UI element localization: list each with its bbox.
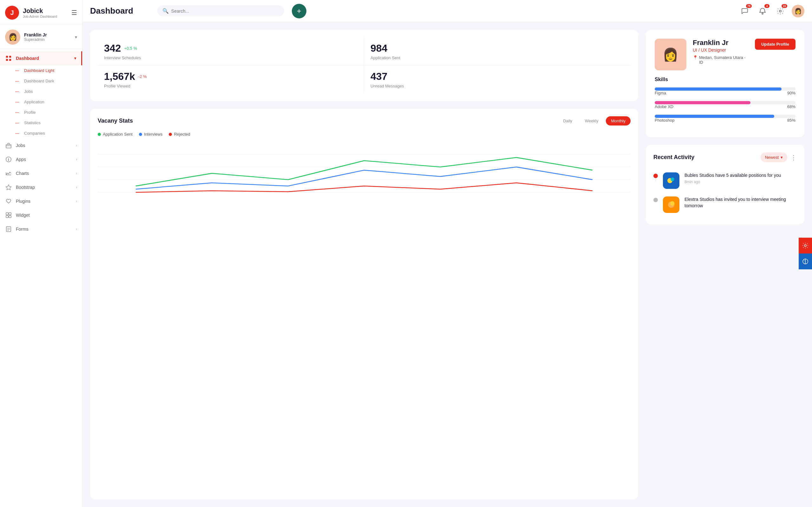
stat-messages: 437 Unread Messages [364,66,630,94]
skill-figma-pct: 90% [787,91,796,95]
jobs-label: Jobs [16,143,26,148]
skill-figma-header: Figma 90% [655,91,796,95]
sidebar-item-dashboard-dark[interactable]: Dashboard Dark [0,76,82,86]
activity-list: Bubles Studios have 5 available position… [653,169,797,217]
chart-icon [5,170,12,177]
svg-point-20 [762,13,763,14]
activity-more-menu[interactable]: ⋮ [791,154,797,161]
sidebar-item-jobs[interactable]: Jobs › [0,138,82,153]
period-daily[interactable]: Daily [558,116,577,125]
hamburger-menu[interactable]: ☰ [71,9,77,16]
legend-label-interviews: Interviews [144,132,163,136]
dashboard-label: Dashboard [16,56,39,61]
svg-point-32 [804,245,806,246]
skill-photoshop-bar [655,115,774,118]
svg-marker-11 [6,185,11,190]
settings-button[interactable]: 15 [774,5,786,17]
svg-point-21 [779,10,781,12]
update-profile-button[interactable]: Update Profile [755,39,796,50]
left-column: 342 +0.5 % Interview Schedules 984 Appli… [90,30,638,499]
star-icon [5,184,12,191]
messages-button[interactable]: 78 [739,5,751,17]
header-actions: 78 4 15 👩 [739,5,804,17]
sidebar-item-widget[interactable]: Widget [0,208,82,222]
svg-point-8 [8,158,9,159]
sidebar-item-plugins[interactable]: Plugins › [0,194,82,208]
skills-title: Skills [655,77,796,82]
logo-text: Jobick Job Admin Dashboard [23,7,57,18]
widget-label: Widget [16,213,30,218]
sidebar-item-charts[interactable]: Charts › [0,166,82,180]
period-weekly[interactable]: Weekly [580,116,603,125]
activity-header: Recent Activity Newest ▾ ⋮ [653,153,797,162]
profile-card: 👩 Franklin Jr UI / UX Designer 📍 Medan, … [646,30,804,137]
content: 342 +0.5 % Interview Schedules 984 Appli… [83,22,812,507]
sidebar-item-apps[interactable]: Apps › [0,153,82,166]
stat-profile-change: -2 % [138,74,147,79]
activity-dot-2 [653,198,658,202]
svg-rect-13 [9,213,11,215]
sidebar-item-forms[interactable]: Forms › [0,222,82,236]
stat-interviews-label: Interview Schedules [104,55,357,60]
stats-card: 342 +0.5 % Interview Schedules 984 Appli… [90,30,638,101]
apps-arrow: › [76,157,77,162]
skill-photoshop-pct: 85% [787,118,796,123]
skill-photoshop: Photoshop 85% [655,115,796,123]
sidebar-item-dashboard-light[interactable]: Dashboard Light [0,65,82,76]
sidebar-item-bootstrap[interactable]: Bootstrap › [0,180,82,194]
sidebar-item-dashboard[interactable]: Dashboard ▾ [0,51,82,65]
apps-label: Apps [16,157,26,162]
svg-rect-14 [6,216,8,218]
profile-header: 👩 Franklin Jr UI / UX Designer 📍 Medan, … [655,39,796,70]
sidebar-item-application[interactable]: Application [0,97,82,107]
skill-figma-bar-bg [655,88,796,91]
profile-info: Franklin Jr UI / UX Designer 📍 Medan, Su… [693,39,749,65]
legend-label-application: Application Sent [103,132,133,136]
right-panel-settings[interactable] [799,238,812,253]
app-title: Jobick [23,7,57,14]
activity-item-2: Elextra Studios has invited you to inter… [653,193,797,217]
svg-point-31 [670,201,675,206]
skill-adobexd-bar [655,101,751,104]
activity-dot-wrap-2 [653,196,658,202]
stat-profile-label: Profile Viewed [104,83,357,89]
right-panel-theme[interactable] [799,253,812,269]
skill-adobexd: Adobe XD 68% [655,101,796,109]
search-bar[interactable]: 🔍 [157,5,284,16]
skill-figma-name: Figma [655,91,666,95]
sidebar-item-jobs-sub[interactable]: Jobs [0,86,82,97]
skill-figma-bar [655,88,781,91]
skill-photoshop-header: Photoshop 85% [655,118,796,123]
logo-icon: J [5,6,19,20]
stat-messages-label: Unread Messages [370,83,624,89]
activity-dot-wrap-1 [653,172,658,178]
svg-point-28 [670,177,674,181]
legend-interviews: Interviews [139,132,163,136]
stat-interviews-change: +0.5 % [124,46,137,51]
sidebar-logo: J Jobick Job Admin Dashboard ☰ [0,0,82,24]
sidebar-user-avatar: 👩 [5,30,20,45]
skill-photoshop-bar-bg [655,115,796,118]
stat-interviews: 342 +0.5 % Interview Schedules [98,38,364,66]
sidebar-item-statistics[interactable]: Statistics [0,118,82,128]
user-menu-toggle[interactable]: ▾ [75,35,77,40]
stat-profile-value: 1,567k [104,71,135,82]
search-icon: 🔍 [162,8,169,14]
add-button[interactable]: + [292,4,306,18]
activity-icon-elextra [663,196,679,213]
activity-filter-button[interactable]: Newest ▾ [761,153,787,162]
period-monthly[interactable]: Monthly [606,116,630,125]
jobs-arrow: › [76,143,77,148]
sidebar-item-companies[interactable]: Companies [0,128,82,138]
legend-label-rejected: Rejected [174,132,190,136]
sidebar-item-profile[interactable]: Profile [0,107,82,118]
legend-dot-application [98,133,101,136]
profile-role: UI / UX Designer [693,48,749,53]
svg-rect-3 [9,59,11,61]
skill-photoshop-name: Photoshop [655,118,674,123]
notifications-button[interactable]: 4 [756,5,769,17]
newest-chevron-icon: ▾ [780,155,783,160]
header-avatar[interactable]: 👩 [792,5,804,17]
heart-icon [5,198,12,205]
search-input[interactable] [171,9,279,14]
